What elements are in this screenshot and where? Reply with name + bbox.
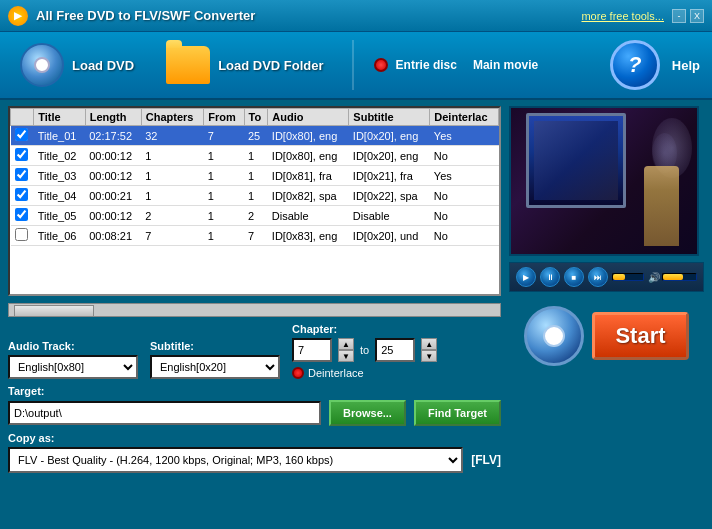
main-movie-section[interactable]: Main movie [473,58,538,72]
cell-subtitle: ID[0x22], spa [349,186,430,206]
progress-bar-fill [613,274,625,280]
load-dvd-folder-button[interactable]: Load DVD Folder [158,42,331,88]
cell-from: 1 [204,206,244,226]
horizontal-scrollbar[interactable] [8,303,501,317]
cell-length: 00:00:12 [85,146,141,166]
close-button[interactable]: X [690,9,704,23]
target-input-row: Browse... Find Target [8,400,501,426]
cell-title: Title_04 [34,186,86,206]
copy-as-select[interactable]: FLV - Best Quality - (H.264, 1200 kbps, … [8,447,463,473]
start-disc-icon [524,306,584,366]
title-bar-right: more free tools... - X [581,9,704,23]
target-row: Target: Browse... Find Target [8,385,501,426]
audio-track-label: Audio Track: [8,340,138,352]
col-header-length: Length [85,109,141,126]
table-row[interactable]: Title_0500:00:12212DisableDisableNo [11,206,499,226]
target-path-input[interactable] [8,401,321,425]
start-button[interactable]: Start [592,312,688,360]
left-panel: Title Length Chapters From To Audio Subt… [8,106,501,523]
chapter-to-down[interactable]: ▼ [421,350,437,362]
preview-figure [644,166,679,246]
format-badge: [FLV] [471,453,501,467]
scroll-thumb[interactable] [14,305,94,317]
table-row[interactable]: Title_0600:08:21717ID[0x83], engID[0x20]… [11,226,499,246]
chapter-to-up[interactable]: ▲ [421,338,437,350]
chapter-group: Chapter: ▲ ▼ to ▲ ▼ Deinterl [292,323,437,379]
cell-title: Title_06 [34,226,86,246]
cell-to: 25 [244,126,268,146]
cell-chapters: 32 [141,126,204,146]
cell-to: 2 [244,206,268,226]
find-target-button[interactable]: Find Target [414,400,501,426]
col-header-subtitle: Subtitle [349,109,430,126]
preview-scene [511,108,697,254]
cell-subtitle: ID[0x20], eng [349,146,430,166]
table-row[interactable]: Title_0300:00:12111ID[0x81], fraID[0x21]… [11,166,499,186]
row-checkbox[interactable] [15,188,28,201]
copy-as-row: Copy as: FLV - Best Quality - (H.264, 12… [8,432,501,473]
window-controls: - X [672,9,704,23]
cell-length: 00:00:12 [85,206,141,226]
cell-audio: ID[0x80], eng [268,146,349,166]
volume-slider[interactable] [662,273,697,281]
cell-length: 00:00:12 [85,166,141,186]
minimize-button[interactable]: - [672,9,686,23]
deinterlace-radio[interactable] [292,367,304,379]
cell-from: 1 [204,186,244,206]
more-free-tools-link[interactable]: more free tools... [581,10,664,22]
help-button[interactable]: ? [610,40,660,90]
entire-disc-radio[interactable] [374,58,388,72]
play-button[interactable]: ▶ [516,267,536,287]
row-checkbox[interactable] [15,208,28,221]
next-button[interactable]: ⏭ [588,267,608,287]
chapter-from-down[interactable]: ▼ [338,350,354,362]
app-title: All Free DVD to FLV/SWF Converter [36,8,255,23]
chapter-to-input[interactable] [375,338,415,362]
chapter-to-spinner[interactable]: ▲ ▼ [421,338,437,362]
toolbar: Load DVD Load DVD Folder Entrie disc Mai… [0,32,712,100]
stop-button[interactable]: ■ [564,267,584,287]
row-checkbox[interactable] [15,168,28,181]
entire-disc-label: Entrie disc [396,58,457,72]
progress-bar[interactable] [612,273,644,281]
col-header-checkbox [11,109,34,126]
cell-to: 1 [244,166,268,186]
cell-deinterlace: No [430,226,499,246]
col-header-from: From [204,109,244,126]
load-dvd-button[interactable]: Load DVD [12,39,142,91]
cell-from: 1 [204,166,244,186]
chapter-from-up[interactable]: ▲ [338,338,354,350]
chapter-from-input[interactable] [292,338,332,362]
volume-control: 🔊 [648,272,697,283]
browse-button[interactable]: Browse... [329,400,406,426]
cell-length: 00:00:21 [85,186,141,206]
cell-from: 1 [204,226,244,246]
row-checkbox[interactable] [15,128,28,141]
player-controls: ▶ ⏸ ■ ⏭ 🔊 [509,262,704,292]
cell-chapters: 1 [141,146,204,166]
deinterlace-row: Deinterlace [292,367,364,379]
cell-subtitle: ID[0x20], und [349,226,430,246]
cell-deinterlace: Yes [430,126,499,146]
col-header-title: Title [34,109,86,126]
audio-track-select[interactable]: English[0x80] [8,355,138,379]
chapter-from-spinner[interactable]: ▲ ▼ [338,338,354,362]
row-checkbox[interactable] [15,228,28,241]
cell-chapters: 2 [141,206,204,226]
title-bar: ▶ All Free DVD to FLV/SWF Converter more… [0,0,712,32]
cell-deinterlace: No [430,186,499,206]
main-content: Title Length Chapters From To Audio Subt… [0,100,712,529]
cell-audio: ID[0x83], eng [268,226,349,246]
col-header-chapters: Chapters [141,109,204,126]
copy-as-input-row: FLV - Best Quality - (H.264, 1200 kbps, … [8,447,501,473]
cell-to: 1 [244,146,268,166]
row-checkbox[interactable] [15,148,28,161]
pause-button[interactable]: ⏸ [540,267,560,287]
copy-as-label: Copy as: [8,432,501,444]
table-row[interactable]: Title_0102:17:5232725ID[0x80], engID[0x2… [11,126,499,146]
table-row[interactable]: Title_0200:00:12111ID[0x80], engID[0x20]… [11,146,499,166]
to-label: to [360,344,369,356]
subtitle-select[interactable]: English[0x20] [150,355,280,379]
table-row[interactable]: Title_0400:00:21111ID[0x82], spaID[0x22]… [11,186,499,206]
entire-disc-section[interactable]: Entrie disc [374,58,457,72]
